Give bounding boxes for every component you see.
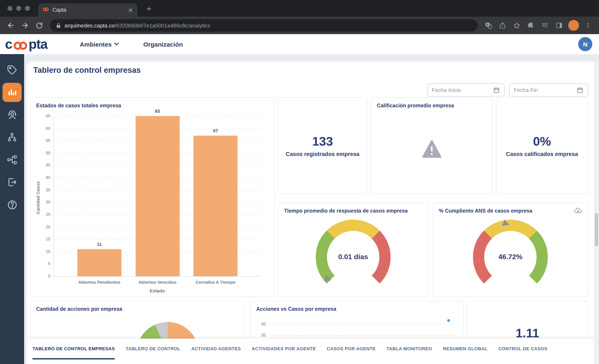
main-panel: Tablero de control empresas Fecha Inicio… [27, 62, 599, 364]
y-axis-tick: 50 [39, 151, 50, 155]
translate-button[interactable]: A [482, 19, 495, 32]
window-minimize-button[interactable] [16, 6, 21, 11]
y-axis-tick: 20 [39, 224, 50, 229]
card-title: Cantidad de acciones por empresa [36, 306, 122, 312]
help-icon [7, 199, 18, 210]
scatter-point [447, 319, 450, 322]
sidebar-item-integrations[interactable] [0, 149, 24, 171]
extensions-button[interactable] [524, 19, 537, 32]
tab-control-de-casos[interactable]: CONTROL DE CASOS [498, 339, 547, 359]
x-axis-category: Cerrados A Tiempo [184, 280, 247, 284]
page-title: Tablero de control empresas [33, 66, 141, 75]
y-axis-tick: 30 [39, 200, 50, 204]
user-avatar[interactable]: N [578, 37, 592, 51]
card-title: Acciones vs Casos por empresa [256, 306, 336, 312]
url-text: arquimedes.capta.co/6320b60b07e1a5001a48… [64, 22, 210, 28]
tab-label: TABLA MONITOREO [387, 346, 432, 351]
network-icon [7, 154, 18, 165]
tab-casos-por-agente[interactable]: CASOS POR AGENTE [327, 339, 376, 359]
nav-item-organizacion[interactable]: Organización [143, 41, 183, 48]
tiempo-gauge-chart[interactable]: 0.01 días [316, 220, 391, 294]
bar [194, 136, 238, 276]
cloud-download-icon [574, 206, 583, 214]
logo-link-icon [12, 40, 28, 51]
bar-chart-icon [7, 87, 17, 97]
card-casos-calificados: 0% Casos calificados empresa [496, 97, 588, 194]
reload-button[interactable] [32, 19, 46, 32]
tab-actividad-agentes[interactable]: ACTIVIDAD AGENTES [191, 339, 241, 359]
tab-tablero-de-control[interactable]: TABLERO DE CONTROL [126, 339, 180, 359]
dashboard-tabbar: TABLERO DE CONTROL EMPRESAS TABLERO DE C… [27, 339, 599, 364]
back-arrow-icon [7, 21, 15, 29]
y-axis-tick: 65 [39, 114, 50, 118]
y-axis-tick: 0 [39, 274, 50, 278]
nav-label: Organización [143, 41, 183, 48]
browser-profile-avatar[interactable] [568, 20, 579, 31]
tab-label: ACTIVIDADES POR AGENTE [252, 346, 316, 351]
forward-button[interactable] [18, 19, 32, 32]
y-axis-tick: 25 [39, 212, 50, 217]
sidebar-item-agents[interactable] [0, 104, 24, 126]
window-close-button[interactable] [8, 6, 12, 11]
ans-gauge-chart[interactable]: 46.72% [473, 220, 548, 294]
new-tab-button[interactable]: + [144, 4, 154, 14]
side-panel-button[interactable] [552, 19, 566, 32]
browser-tab[interactable]: Capta ✕ [38, 3, 137, 17]
forward-arrow-icon [21, 21, 29, 29]
y-axis-tick: 60 [39, 126, 50, 130]
window-maximize-button[interactable] [25, 6, 30, 11]
share-icon [499, 22, 506, 29]
date-start-input[interactable]: Fecha Inicio [427, 83, 505, 97]
scrollbar-thumb[interactable] [595, 213, 598, 246]
capta-logo[interactable]: c pta [5, 36, 47, 52]
gridline [269, 335, 454, 336]
card-title: Estados de casos totales empresa [36, 103, 121, 109]
metric-value: 1.11 [467, 326, 588, 340]
tab-close-button[interactable]: ✕ [128, 7, 133, 13]
card-casos-registrados: 133 Casos registrados empresa [278, 97, 367, 194]
metric-value: 133 [278, 134, 367, 149]
tab-tablero-de-control-empresas[interactable]: TABLERO DE CONTROL EMPRESAS [32, 339, 115, 359]
y-axis-tick: 10 [39, 249, 50, 254]
sidebar-item-tags[interactable] [0, 59, 24, 81]
browser-menu-button[interactable] [581, 19, 595, 32]
sidebar-item-analytics[interactable] [0, 81, 24, 104]
browser-titlebar: Capta ✕ + [0, 0, 599, 17]
media-controls-button[interactable] [538, 19, 552, 32]
card-title: % Cumpliento ANS de casos empresa [439, 208, 532, 214]
app-header: c pta Ambientes Organización N [0, 34, 599, 54]
metric-label: Casos registrados empresa [278, 151, 367, 157]
date-end-input[interactable]: Fecha Fin [509, 83, 588, 97]
tab-label: TABLERO DE CONTROL EMPRESAS [32, 346, 115, 351]
tab-actividades-por-agente[interactable]: ACTIVIDADES POR AGENTE [252, 339, 316, 359]
bookmark-button[interactable] [510, 19, 523, 32]
sidebar-item-logout[interactable] [0, 171, 24, 194]
y-axis-tick: 40 [255, 321, 266, 326]
card-calificacion-promedio: Calificación promedio empresa [371, 97, 493, 194]
y-axis-tick: 45 [39, 163, 50, 168]
share-button[interactable] [496, 19, 509, 32]
logo-text-c: c [5, 36, 12, 52]
sidebar-item-help[interactable] [0, 194, 24, 216]
estados-bar-chart[interactable]: 0510152025303540455055606511Abiertos Pen… [53, 116, 261, 277]
tab-tabla-monitoreo[interactable]: TABLA MONITOREO [387, 339, 432, 359]
sidebar-item-hierarchy[interactable] [0, 126, 24, 149]
card-tiempo-respuesta: Tiempo promedio de respuesta de casos em… [278, 203, 428, 297]
download-button[interactable] [574, 206, 583, 215]
org-chart-icon [7, 132, 18, 143]
calendar-icon [493, 86, 500, 93]
x-axis-label: Estado [53, 288, 261, 293]
url-path: /6320b60b07e1a5001a486c8c/analytics [115, 22, 210, 28]
nav-item-ambientes[interactable]: Ambientes [80, 41, 119, 48]
back-button[interactable] [4, 19, 18, 32]
window-controls [8, 6, 30, 11]
bar-value-label: 57 [199, 128, 232, 133]
warning-icon [421, 139, 442, 159]
date-start-placeholder: Fecha Inicio [432, 87, 461, 93]
browser-toolbar: arquimedes.capta.co/6320b60b07e1a5001a48… [0, 17, 599, 34]
scrollbar-track[interactable] [594, 62, 599, 364]
no-data-indicator [371, 139, 492, 159]
bar [77, 249, 122, 276]
tab-resumen-global[interactable]: RESUMEN GLOBAL [443, 339, 488, 359]
url-bar[interactable]: arquimedes.capta.co/6320b60b07e1a5001a48… [50, 19, 477, 32]
